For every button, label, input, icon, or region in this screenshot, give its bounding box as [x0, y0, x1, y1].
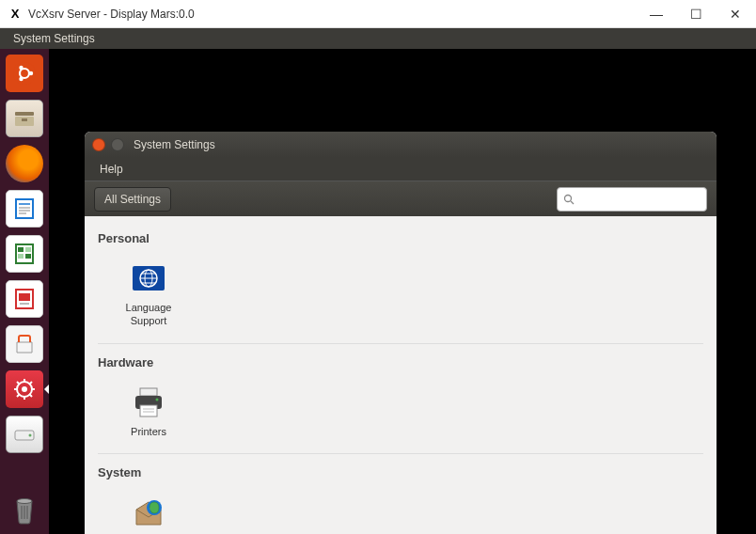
help-menu[interactable]: Help: [94, 161, 129, 178]
launcher-active-pip: [44, 385, 49, 394]
svg-rect-19: [19, 293, 30, 301]
svg-point-24: [29, 434, 32, 437]
svg-rect-17: [25, 254, 31, 259]
firefox-icon: [6, 145, 43, 182]
linux-desktop: System Settings: [0, 28, 756, 534]
section-hardware-title: Hardware: [98, 346, 703, 375]
windows-titlebar: X VcXsrv Server - Display Mars:0.0 — ☐ ✕: [0, 0, 756, 28]
section-personal-title: Personal: [98, 222, 703, 251]
item-printers-label: Printers: [131, 426, 166, 439]
files-icon: [6, 100, 43, 137]
svg-point-4: [19, 77, 23, 81]
launcher-firefox[interactable]: [4, 143, 45, 184]
item-language-support[interactable]: Language Support: [111, 255, 186, 332]
search-wrap: [557, 187, 707, 212]
settings-window: System Settings Help All Settings Person…: [85, 132, 717, 534]
launcher-drive[interactable]: [4, 414, 45, 455]
launcher-software-center[interactable]: [4, 323, 45, 365]
svg-point-25: [17, 499, 32, 504]
settings-body: Personal Language Support Hardware Print…: [85, 216, 717, 534]
section-hardware-grid: Printers: [98, 375, 703, 452]
settings-window-title: System Settings: [134, 138, 215, 151]
settings-icon: [6, 370, 43, 408]
language-support-icon: [129, 259, 168, 298]
section-system-title: System: [98, 456, 703, 485]
maximize-button[interactable]: ☐: [683, 4, 709, 24]
settings-toolbar: All Settings: [85, 181, 717, 216]
svg-rect-8: [16, 199, 33, 218]
svg-point-2: [29, 71, 33, 75]
divider: [98, 453, 703, 454]
item-printers[interactable]: Printers: [111, 379, 186, 443]
search-input[interactable]: [557, 187, 707, 212]
divider: [98, 343, 703, 344]
launcher-files[interactable]: [4, 98, 45, 139]
svg-rect-5: [15, 112, 34, 116]
section-system-grid: Software & Updates: [98, 485, 703, 534]
software-updates-icon: [129, 493, 168, 532]
settings-menubar: Help: [85, 158, 717, 181]
trash-icon: [6, 491, 43, 528]
section-personal-grid: Language Support: [98, 251, 703, 341]
svg-rect-20: [20, 303, 29, 305]
svg-rect-37: [140, 388, 157, 396]
settings-titlebar[interactable]: System Settings: [85, 132, 717, 158]
svg-point-40: [156, 398, 159, 400]
vcxsrv-icon: X: [8, 7, 23, 22]
ubuntu-logo-icon: [6, 55, 43, 92]
impress-icon: [6, 280, 43, 318]
settings-close-button[interactable]: [92, 138, 105, 151]
software-center-icon: [6, 325, 43, 363]
launcher-ubuntu[interactable]: [4, 53, 45, 94]
launcher-calc[interactable]: [4, 233, 45, 275]
all-settings-button[interactable]: All Settings: [94, 187, 171, 212]
global-menubar: System Settings: [0, 28, 756, 49]
launcher-writer[interactable]: [4, 188, 45, 229]
windows-title: VcXsrv Server - Display Mars:0.0: [28, 8, 643, 21]
item-software-updates[interactable]: Software & Updates: [111, 489, 186, 534]
item-language-support-label: Language Support: [115, 302, 182, 328]
launcher-impress[interactable]: [4, 278, 45, 320]
minimize-button[interactable]: —: [643, 4, 669, 24]
svg-rect-16: [18, 254, 24, 259]
svg-rect-15: [25, 247, 31, 252]
svg-rect-7: [22, 118, 27, 121]
close-button[interactable]: ✕: [722, 4, 748, 24]
printers-icon: [129, 383, 168, 422]
unity-launcher: [0, 49, 49, 534]
svg-point-22: [22, 386, 27, 392]
writer-icon: [6, 190, 43, 228]
launcher-settings[interactable]: [4, 369, 45, 410]
drive-icon: [6, 416, 43, 453]
svg-point-3: [19, 66, 23, 70]
windows-controls: — ☐ ✕: [643, 4, 748, 24]
settings-minimize-button[interactable]: [111, 138, 124, 151]
svg-rect-14: [18, 247, 24, 252]
calc-icon: [6, 235, 43, 273]
svg-rect-39: [140, 405, 157, 416]
launcher-trash[interactable]: [4, 489, 45, 530]
menubar-app-name[interactable]: System Settings: [8, 30, 101, 47]
